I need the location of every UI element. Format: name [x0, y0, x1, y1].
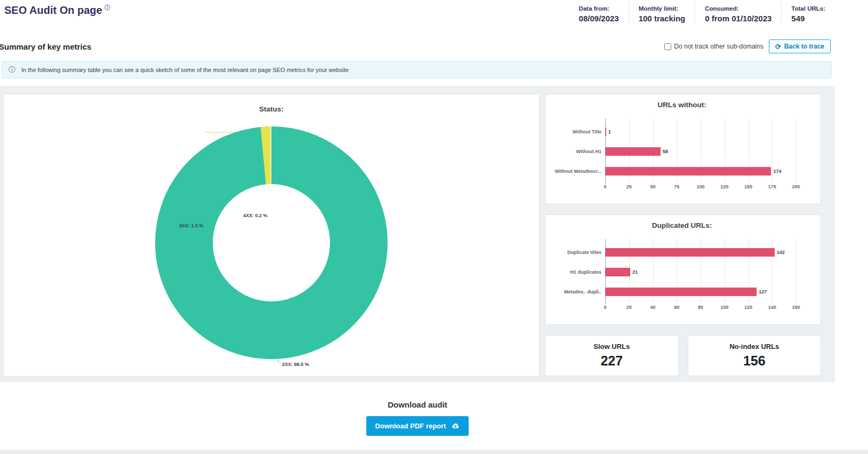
info-banner-text: In the following summary table you can s…: [21, 67, 349, 73]
x-tick-label: 80: [698, 305, 703, 310]
donut-leader-line-2xx: [277, 360, 279, 363]
stat-label: Data from:: [579, 5, 619, 12]
refresh-icon: ⟳: [775, 43, 781, 50]
header-stats: Data from: 08/09/2023 Monthly limit: 100…: [569, 1, 835, 23]
stat-value: 0 from 01/10/2023: [705, 14, 771, 23]
bar-duplicate-titles[interactable]: [605, 248, 775, 257]
status-card: Status: 4XX: 0.2 % 3XX: 1.3 % 2XX: 98.5 …: [3, 94, 540, 377]
x-tick-label: 140: [768, 305, 776, 310]
bar-value-label: 1: [608, 129, 611, 134]
donut-label-4xx: 4XX: 0.2 %: [243, 213, 268, 218]
stat-block-monthly-limit: Monthly limit: 100 tracking: [629, 1, 695, 23]
bar-row: 174: [605, 161, 796, 181]
subheader-actions: Do not track other sub-domains ⟳ Back to…: [664, 39, 831, 53]
gridline: [796, 239, 797, 304]
bar-without-h1[interactable]: [605, 147, 661, 156]
x-tick-label: 160: [792, 305, 800, 310]
x-tick-label: 25: [626, 184, 632, 189]
chart-title-urls-without: URLs without:: [551, 101, 813, 109]
duplicated-urls-bar-chart[interactable]: Duplicate titlesH1 duplicatesMetades.. d…: [551, 242, 813, 313]
x-tick-label: 200: [792, 184, 800, 189]
stat-card-label: Slow URLs: [545, 343, 678, 351]
app-root: SEO Audit On pageⓘ Data from: 08/09/2023…: [0, 0, 835, 439]
stat-label: Monthly limit:: [639, 5, 686, 12]
donut-label-2xx: 2XX: 98.5 %: [282, 362, 309, 367]
stat-card-value: 227: [545, 353, 678, 369]
x-tick-label: 120: [744, 305, 752, 310]
right-column: URLs without: Without TitleWithout H1Wit…: [545, 94, 821, 376]
cloud-download-icon: [451, 423, 460, 429]
stat-cards-row: Slow URLs 227 No-index URLs 156: [545, 335, 821, 376]
x-tick-label: 100: [720, 305, 728, 310]
bar-value-label: 58: [663, 149, 668, 154]
x-tick-label: 100: [696, 184, 704, 189]
stat-block-data-from: Data from: 08/09/2023: [569, 1, 629, 23]
x-tick-label: 50: [650, 184, 655, 189]
download-pdf-button[interactable]: Download PDF report: [366, 416, 469, 436]
stat-block-total-urls: Total URLs: 549: [781, 1, 835, 23]
chart-title-duplicated-urls: Duplicated URLs:: [551, 221, 813, 229]
main-content: Status: 4XX: 0.2 % 3XX: 1.3 % 2XX: 98.5 …: [0, 86, 835, 382]
bar-category-label: Without H1: [551, 141, 605, 161]
back-to-trace-button[interactable]: ⟳ Back to trace: [769, 39, 831, 53]
info-banner: ⓘ In the following summary table you can…: [2, 61, 832, 78]
stat-value: 08/09/2023: [579, 14, 619, 23]
x-tick-label: 20: [626, 305, 632, 310]
page-title: SEO Audit On pageⓘ: [4, 4, 110, 16]
x-tick-label: 125: [720, 184, 728, 189]
download-heading: Download audit: [0, 400, 835, 409]
stat-label: Total URLs:: [791, 5, 825, 12]
bar-category-label: Without Metadescr...: [551, 161, 605, 181]
bar-row: 127: [605, 282, 796, 301]
bar-category-label: Metades.. dupli..: [551, 282, 605, 301]
x-tick-label: 75: [674, 184, 679, 189]
subdomains-checkbox-wrap: Do not track other sub-domains: [664, 43, 763, 50]
bar-h1-duplicates[interactable]: [605, 268, 630, 276]
stat-value: 100 tracking: [639, 14, 686, 23]
bar-row: 58: [605, 141, 796, 161]
bar-without-metadescr-[interactable]: [605, 167, 771, 176]
stat-card-label: No-index URLs: [688, 343, 821, 351]
download-section: Download audit Download PDF report: [0, 382, 835, 439]
header: SEO Audit On pageⓘ Data from: 08/09/2023…: [0, 0, 835, 26]
subdomains-checkbox[interactable]: [664, 43, 671, 50]
bar-value-label: 174: [773, 169, 781, 174]
bar-row: 21: [605, 262, 796, 282]
bar-value-label: 127: [759, 289, 767, 294]
x-tick-label: 0: [604, 184, 606, 189]
bar-row: 1: [605, 122, 796, 141]
urls-without-bar-chart[interactable]: Without TitleWithout H1Without Metadescr…: [551, 122, 813, 193]
bar-category-label: Duplicate titles: [551, 242, 605, 262]
stat-card-value: 156: [688, 353, 821, 369]
page-title-text: SEO Audit On page: [4, 4, 102, 16]
donut-label-3xx: 3XX: 1.3 %: [179, 223, 204, 228]
stat-label: Consumed:: [705, 5, 771, 12]
status-donut-chart[interactable]: [4, 94, 540, 377]
info-icon: ⓘ: [9, 66, 15, 73]
bar-metades-dupli-[interactable]: [605, 288, 757, 296]
bar-value-label: 21: [632, 269, 638, 275]
stat-value: 549: [791, 14, 825, 23]
x-tick-label: 0: [604, 305, 606, 310]
slow-urls-card: Slow URLs 227: [545, 335, 679, 376]
back-to-trace-label: Back to trace: [784, 43, 824, 50]
no-index-urls-card: No-index URLs 156: [688, 335, 822, 376]
urls-without-card: URLs without: Without TitleWithout H1Wit…: [545, 94, 821, 204]
bar-category-label: H1 duplicates: [551, 262, 605, 282]
info-icon[interactable]: ⓘ: [105, 4, 110, 11]
subdomains-checkbox-label: Do not track other sub-domains: [674, 43, 763, 50]
section-title: Summary of key metrics: [0, 42, 91, 51]
x-tick-label: 60: [674, 305, 679, 310]
duplicated-urls-card: Duplicated URLs: Duplicate titlesH1 dupl…: [545, 214, 821, 325]
bar-row: 142: [605, 242, 796, 262]
x-tick-label: 175: [768, 184, 776, 189]
subheader: Summary of key metrics Do not track othe…: [0, 26, 835, 61]
x-tick-label: 150: [744, 184, 752, 189]
x-tick-label: 40: [650, 305, 655, 310]
gridline: [796, 118, 797, 184]
stat-block-consumed: Consumed: 0 from 01/10/2023: [695, 1, 781, 23]
bar-value-label: 142: [777, 250, 785, 255]
bar-category-label: Without Title: [551, 122, 605, 141]
bar-without-title[interactable]: [605, 128, 606, 136]
download-pdf-label: Download PDF report: [375, 422, 446, 430]
